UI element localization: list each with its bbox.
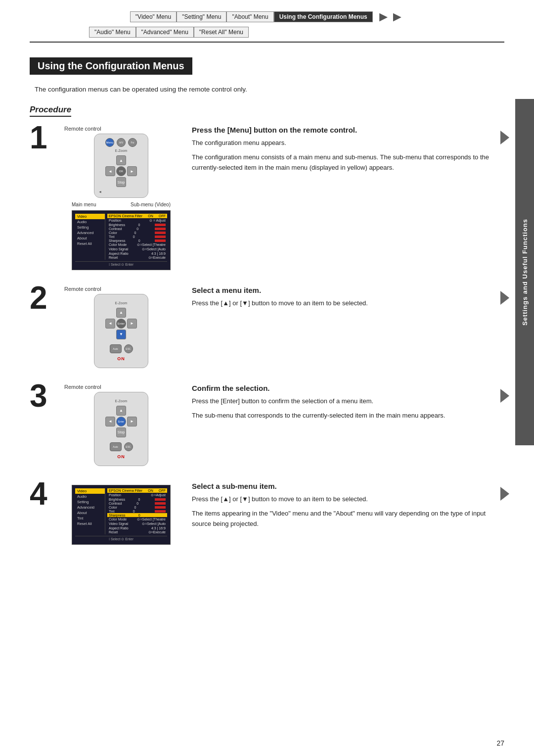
step4-menu-item-reset-all: Reset All — [75, 521, 105, 526]
remote-freeze-btn: Frz — [128, 138, 137, 147]
menu-row-aspectratio: Aspect Ratio4:3 | 16:9 — [107, 251, 167, 255]
step-3: 3 Remote control E-Zoom ▲ ◄ Enter ► Stop… — [30, 384, 504, 466]
right-sidebar: Settings and Useful Functions — [515, 99, 534, 445]
step4-menu-right: EPSON Cinema FilterONOFF Position⊙=Adjus… — [105, 488, 167, 534]
step-number-4: 4 — [30, 478, 64, 510]
step-1-menu-labels: Main menu Sub-menu (Video) — [72, 202, 171, 207]
step-2-illustration: Remote control E-Zoom ▲ ◄ Enter ► ▼ Auto… — [64, 286, 178, 368]
step3-esc-btn: ESC — [124, 442, 133, 451]
menu-item-advanced: Advanced — [75, 230, 105, 236]
step4-row-aspectratio: Aspect Ratio4:3 | 16:9 — [107, 526, 167, 530]
step4-menu-item-advanced: Advanceid — [75, 505, 105, 510]
step-number-1: 1 — [30, 122, 64, 153]
sidebar-text: Settings and Useful Functions — [521, 219, 529, 326]
step3-dpad-enter: Enter — [116, 417, 126, 426]
step2-auto-btn: Auto — [110, 344, 122, 353]
dpad-right: ► — [127, 166, 137, 176]
step-4: 4 Video Audio Setting Advanceid About Ti… — [30, 482, 504, 545]
menu-right-panel: EPSON Cinema FilterONOFF Position⊙ = Adj… — [105, 214, 167, 260]
menu-row-sharpness: Sharpness0 — [107, 238, 167, 242]
step-number-2: 2 — [30, 282, 64, 314]
step4-row-contrast: Contrast0 — [107, 501, 167, 505]
step2-dpad-enter: Enter — [116, 319, 126, 329]
step-2-dpad: ▲ ◄ Enter ► ▼ — [105, 308, 137, 339]
step4-row-position: Position⊙=Adjust — [107, 493, 167, 497]
dpad-up: ▲ — [116, 155, 126, 165]
dpad-down: Stop — [116, 177, 126, 187]
step-3-title: Confirm the selection. — [192, 384, 504, 392]
step4-menu-header: EPSON Cinema FilterONOFF — [107, 488, 167, 493]
nav-reset-all-menu[interactable]: "Reset All" Menu — [194, 27, 249, 38]
menu-item-reset-all: Reset All — [75, 241, 105, 246]
step-1-body: The configuration menu appears. The conf… — [192, 138, 504, 173]
menu-item-about: About — [75, 236, 105, 241]
nav-config-menus[interactable]: Using the Configuration Menus — [274, 11, 373, 22]
top-navigation: "Video" Menu "Setting" Menu "About" Menu… — [0, 0, 534, 47]
step-3-description: Confirm the selection. Press the [Enter]… — [192, 384, 504, 421]
remote-av-btn: A/V — [117, 138, 126, 147]
step-4-body: Press the [▲] or [▼] button to move to a… — [192, 494, 504, 529]
step-2-title: Select a menu item. — [192, 286, 504, 294]
step-1-menu-screenshot: Video Audio Setting Advanced About Reset… — [72, 210, 171, 270]
section-title: Using the Configuration Menus — [30, 57, 192, 75]
step-3-illustration: Remote control E-Zoom ▲ ◄ Enter ► Stop A… — [64, 384, 178, 466]
menu-row-color: Color0 — [107, 231, 167, 235]
step3-on-label: ON — [117, 454, 125, 459]
submenu-label: Sub-menu (Video) — [131, 202, 171, 207]
menu-item-video: Video — [75, 214, 105, 219]
step-1-triangle — [500, 131, 509, 144]
step-4-illustration: Video Audio Setting Advanceid About Tint… — [64, 482, 178, 545]
menu-row-colormode: Color Mode⊙=Select [Theatre — [107, 242, 167, 247]
nav-video-menu[interactable]: "Video" Menu — [130, 11, 177, 22]
nav-advanced-menu[interactable]: "Advanced" Menu — [136, 27, 194, 38]
step-1-remote-control: Menu A/V Frz E-Zoom ▲ ◄ OK ► Stop ◄ — [94, 134, 148, 198]
step2-dpad-right: ► — [127, 319, 137, 329]
step-3-triangle — [500, 389, 509, 403]
nav-arrow-right: ►► — [377, 9, 404, 25]
step2-dpad-up: ▲ — [116, 308, 126, 318]
step4-menu-item-setting: Setting — [75, 499, 105, 505]
step-number-3: 3 — [30, 380, 64, 412]
nav-about-menu[interactable]: "About" Menu — [226, 11, 273, 22]
remote-menu-btn: Menu — [105, 138, 114, 147]
page-number: 27 — [496, 739, 504, 747]
step-3-remote-label: Remote control — [64, 384, 101, 390]
menu-row-position: Position⊙ = Adjust — [107, 218, 167, 223]
menu-footer: ⁞ Select ⊙ Enter — [75, 261, 167, 267]
step-4-triangle — [500, 487, 509, 501]
dpad-enter: OK — [116, 166, 126, 176]
menu-header: EPSON Cinema FilterONOFF — [107, 214, 167, 218]
step4-menu-item-tint: Tint — [75, 516, 105, 521]
step-2-body: Press the [▲] or [▼] button to move to a… — [192, 298, 504, 309]
menu-left-panel: Video Audio Setting Advanced About Reset… — [75, 214, 105, 260]
step-4-title: Select a sub-menu item. — [192, 482, 504, 490]
step3-dpad-up: ▲ — [116, 406, 126, 416]
nav-setting-menu[interactable]: "Setting" Menu — [177, 11, 226, 22]
dpad-left: ◄ — [105, 166, 115, 176]
step-1-remote-label: Remote control — [64, 126, 101, 132]
step-1-title: Press the [Menu] button on the remote co… — [192, 126, 504, 134]
step4-menu-item-about: About — [75, 510, 105, 516]
step-2-remote-control: E-Zoom ▲ ◄ Enter ► ▼ Auto ESC ON — [94, 294, 148, 368]
menu-row-brightness: Brightness0 — [107, 223, 167, 227]
step3-dpad-right: ► — [127, 417, 137, 426]
step2-on-label: ON — [117, 356, 125, 361]
step-3-body: Press the [Enter] button to confirm the … — [192, 396, 504, 421]
step4-menu-footer: ⁞ Select ⊙ Enter — [75, 536, 167, 541]
step4-row-tint: Tint0 — [107, 509, 167, 513]
step4-menu-left: Video Audio Setting Advanceid About Tint… — [75, 488, 105, 534]
remote-dpad: ▲ ◄ OK ► Stop — [105, 155, 137, 187]
step4-row-videosignal: Video Signal⊙=Select [Auto — [107, 521, 167, 526]
nav-audio-menu[interactable]: "Audio" Menu — [89, 27, 136, 38]
step4-row-reset: Reset⊙=Execute — [107, 530, 167, 534]
step-4-description: Select a sub-menu item. Press the [▲] or… — [192, 482, 504, 529]
step-2: 2 Remote control E-Zoom ▲ ◄ Enter ► ▼ Au… — [30, 286, 504, 368]
step-2-triangle — [500, 291, 509, 305]
step2-dpad-down: ▼ — [116, 330, 126, 339]
step4-row-colormode: Color Mode⊙=Select [Theatre — [107, 517, 167, 521]
procedure-heading: Procedure — [30, 105, 71, 117]
menu-row-reset: Reset⊙=Execute — [107, 255, 167, 260]
step-3-remote-control: E-Zoom ▲ ◄ Enter ► Stop Auto ESC ON — [94, 392, 148, 466]
step4-menu-item-video: Video — [75, 488, 105, 494]
menu-item-setting: Setting — [75, 225, 105, 230]
